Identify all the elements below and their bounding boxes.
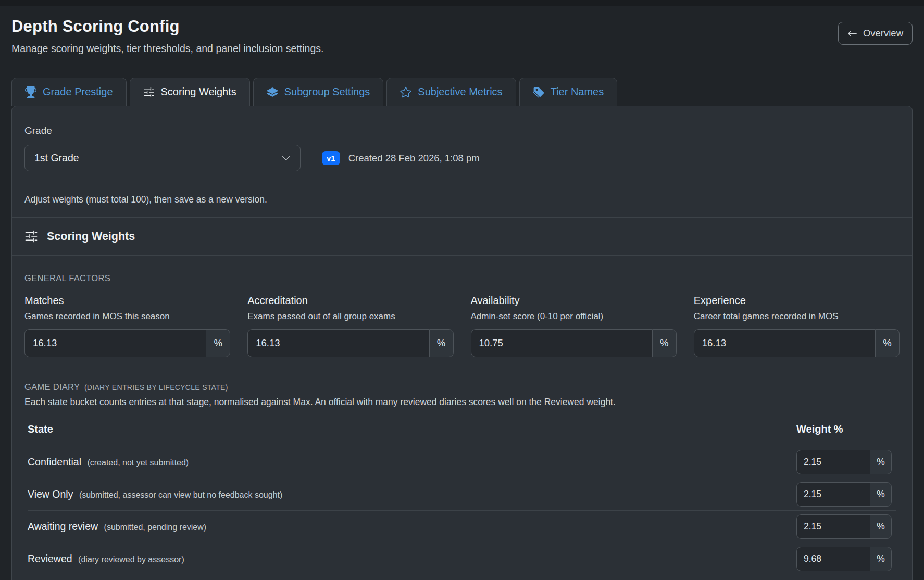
- view-only-weight-input[interactable]: [796, 482, 870, 507]
- window-top-strip: [0, 0, 924, 6]
- star-icon: [400, 86, 411, 98]
- factor-description: Career total games recorded in MOS: [694, 311, 900, 322]
- state-name: Reviewed: [28, 553, 72, 564]
- state-note: (submitted, assessor can view but no fee…: [79, 490, 282, 499]
- percent-addon: %: [870, 482, 892, 507]
- table-header-row: State Weight %: [28, 419, 896, 446]
- chevron-down-icon: [281, 154, 291, 163]
- tab-bar: Grade Prestige Scoring Weights Subgroup …: [11, 78, 913, 106]
- awaiting-review-weight-input[interactable]: [796, 514, 870, 539]
- reviewed-weight-input[interactable]: [796, 547, 870, 571]
- page-subtitle: Manage scoring weights, tier thresholds,…: [11, 43, 913, 55]
- factor-name: Matches: [24, 295, 230, 307]
- table-row: Awaiting review (submitted, pending revi…: [28, 511, 896, 543]
- percent-addon: %: [875, 329, 900, 357]
- tab-label: Subgroup Settings: [284, 86, 370, 98]
- tab-scoring-weights[interactable]: Scoring Weights: [130, 78, 250, 106]
- percent-addon: %: [870, 450, 892, 474]
- availability-weight-input[interactable]: [471, 329, 652, 357]
- tab-label: Grade Prestige: [43, 86, 113, 98]
- factor-description: Games recorded in MOS this season: [24, 311, 230, 322]
- matches-weight-input[interactable]: [24, 329, 206, 357]
- game-diary-table: State Weight % Confidential (created, no…: [28, 419, 896, 575]
- info-bar: Adjust weights (must total 100), then sa…: [12, 182, 912, 218]
- table-row: Reviewed (diary reviewed by assessor) %: [28, 543, 896, 575]
- tab-label: Scoring Weights: [161, 86, 236, 98]
- sliders-icon: [143, 86, 155, 98]
- tab-subjective-metrics[interactable]: Subjective Metrics: [386, 78, 516, 106]
- sliders-icon: [24, 230, 38, 243]
- page-title: Depth Scoring Config: [11, 17, 913, 36]
- column-header-state: State: [28, 419, 796, 446]
- state-note: (submitted, pending review): [104, 523, 207, 532]
- section-title: Scoring Weights: [47, 230, 135, 243]
- tab-label: Subjective Metrics: [418, 86, 502, 98]
- layers-icon: [267, 86, 278, 98]
- arrow-left-icon: [847, 29, 857, 39]
- factor-availability: Availability Admin-set score (0-10 per o…: [471, 295, 677, 357]
- state-name: View Only: [28, 488, 73, 500]
- tab-label: Tier Names: [551, 86, 604, 98]
- tab-grade-prestige[interactable]: Grade Prestige: [11, 78, 127, 106]
- created-timestamp: Created 28 Feb 2026, 1:08 pm: [348, 153, 480, 164]
- general-factors-heading: GENERAL FACTORS: [24, 273, 900, 283]
- state-note: (created, not yet submitted): [87, 458, 189, 467]
- factor-name: Experience: [694, 295, 900, 307]
- trophy-icon: [25, 86, 36, 98]
- state-name: Confidential: [28, 456, 81, 468]
- config-panel: Grade 1st Grade v1 Created 28 Feb 2026, …: [11, 106, 913, 580]
- column-header-weight: Weight %: [796, 419, 896, 446]
- grade-label: Grade: [24, 125, 900, 136]
- accreditation-weight-input[interactable]: [247, 329, 429, 357]
- experience-weight-input[interactable]: [694, 329, 875, 357]
- percent-addon: %: [870, 514, 892, 539]
- game-diary-heading-text: GAME DIARY: [24, 382, 80, 392]
- tab-tier-names[interactable]: Tier Names: [519, 78, 618, 106]
- game-diary-heading: GAME DIARY (DIARY ENTRIES BY LIFECYCLE S…: [24, 382, 900, 392]
- factor-accreditation: Accreditation Exams passed out of all gr…: [247, 295, 453, 357]
- state-note: (diary reviewed by assessor): [78, 555, 184, 564]
- overview-button-label: Overview: [863, 28, 903, 39]
- table-row: View Only (submitted, assessor can view …: [28, 478, 896, 511]
- scoring-weights-header: Scoring Weights: [12, 218, 912, 256]
- page: Depth Scoring Config Manage scoring weig…: [0, 17, 924, 580]
- grade-section: Grade 1st Grade v1 Created 28 Feb 2026, …: [12, 106, 912, 182]
- tab-subgroup-settings[interactable]: Subgroup Settings: [253, 78, 384, 106]
- factor-experience: Experience Career total games recorded i…: [694, 295, 900, 357]
- state-name: Awaiting review: [28, 521, 98, 532]
- factor-description: Admin-set score (0-10 per official): [471, 311, 677, 322]
- percent-addon: %: [870, 547, 892, 571]
- factor-description: Exams passed out of all group exams: [247, 311, 453, 322]
- factor-name: Accreditation: [247, 295, 453, 307]
- game-diary-description: Each state bucket counts entries at that…: [24, 397, 900, 408]
- grade-select-value: 1st Grade: [34, 152, 79, 164]
- factor-name: Availability: [471, 295, 677, 307]
- percent-addon: %: [206, 329, 230, 357]
- general-factors-grid: Matches Games recorded in MOS this seaso…: [24, 295, 900, 357]
- confidential-weight-input[interactable]: [796, 450, 870, 474]
- panel-body: GENERAL FACTORS Matches Games recorded i…: [12, 256, 912, 580]
- tags-icon: [533, 86, 544, 98]
- game-diary-heading-note: (DIARY ENTRIES BY LIFECYCLE STATE): [84, 383, 228, 392]
- factor-matches: Matches Games recorded in MOS this seaso…: [24, 295, 230, 357]
- grade-select[interactable]: 1st Grade: [24, 145, 301, 171]
- percent-addon: %: [652, 329, 677, 357]
- table-row: Confidential (created, not yet submitted…: [28, 446, 896, 478]
- percent-addon: %: [429, 329, 454, 357]
- overview-button[interactable]: Overview: [838, 22, 913, 45]
- version-badge: v1: [322, 151, 340, 165]
